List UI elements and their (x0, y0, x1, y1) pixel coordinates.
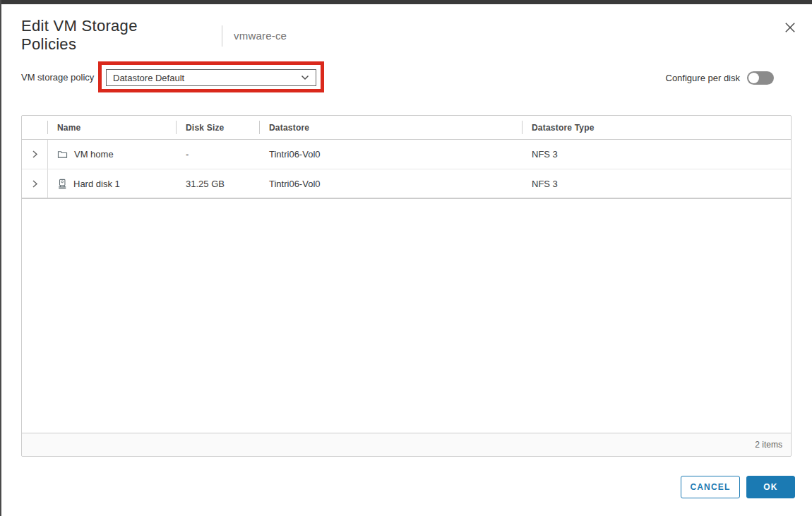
dialog-title: Edit VM Storage Policies (21, 17, 187, 54)
table-row-vm-home[interactable]: VM home - Tintri06-Vol0 NFS 3 (22, 140, 791, 169)
title-divider (222, 25, 222, 47)
vm-storage-policy-label: VM storage policy (21, 72, 94, 83)
row-datastore-type-cell: NFS 3 (522, 140, 791, 169)
chevron-right-icon (30, 179, 39, 188)
expand-cell (22, 169, 47, 198)
header-expand-column (22, 116, 47, 139)
storage-policy-datagrid: Name Disk Size Datastore Datastore Type … (21, 115, 792, 457)
row-datastore-cell: Tintri06-Vol0 (259, 169, 522, 198)
chevron-right-icon (30, 150, 39, 159)
configure-per-disk-label: Configure per disk (666, 73, 741, 83)
expand-row-button[interactable] (26, 146, 43, 163)
row-datastore-type-cell: NFS 3 (522, 169, 791, 198)
row-name: Hard disk 1 (73, 179, 120, 189)
expand-row-button[interactable] (26, 175, 43, 192)
configure-per-disk-toggle[interactable] (747, 71, 774, 85)
ok-button[interactable]: OK (746, 476, 795, 498)
table-row-hard-disk-1[interactable]: Hard disk 1 31.25 GB Tintri06-Vol0 NFS 3 (22, 169, 791, 199)
window-left-edge (0, 0, 1, 516)
folder-icon (57, 150, 68, 159)
window-top-edge (0, 0, 812, 4)
configure-per-disk-control: Configure per disk (666, 71, 775, 85)
datagrid-header-row: Name Disk Size Datastore Datastore Type (22, 116, 791, 140)
row-datastore-cell: Tintri06-Vol0 (259, 140, 522, 169)
header-datastore-type: Datastore Type (522, 116, 791, 139)
cancel-button[interactable]: CANCEL (681, 476, 740, 498)
dialog-subtitle-vm-name: vmware-ce (234, 30, 287, 42)
row-name-cell: VM home (47, 140, 176, 169)
header-datastore: Datastore (259, 116, 522, 139)
vm-storage-policy-selected-value: Datastore Default (113, 73, 184, 83)
toggle-knob (748, 73, 759, 83)
header-name: Name (47, 116, 176, 139)
row-disk-size-cell: 31.25 GB (176, 169, 259, 198)
datagrid-empty-area (22, 199, 791, 433)
hard-disk-icon (57, 179, 67, 189)
chevron-down-icon (301, 75, 309, 80)
row-disk-size-cell: - (176, 140, 259, 169)
close-button[interactable] (781, 18, 799, 37)
expand-cell (22, 140, 47, 169)
close-icon (784, 21, 796, 34)
header-disk-size: Disk Size (176, 116, 259, 139)
items-count: 2 items (755, 440, 782, 450)
vm-storage-policy-select[interactable]: Datastore Default (106, 69, 316, 86)
row-name-cell: Hard disk 1 (47, 169, 176, 198)
datagrid-footer: 2 items (22, 433, 791, 456)
dialog-actions: CANCEL OK (681, 476, 795, 498)
row-name: VM home (74, 149, 114, 160)
